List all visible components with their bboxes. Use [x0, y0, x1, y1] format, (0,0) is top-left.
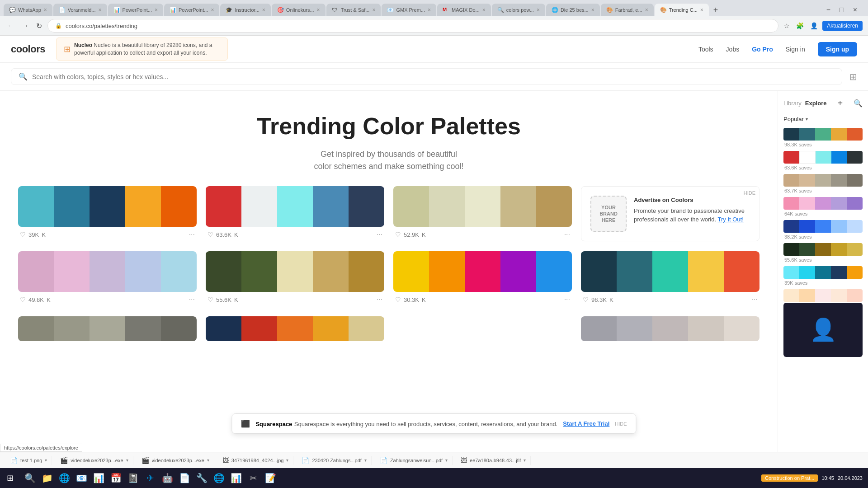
tab-ppt2[interactable]: 📊 PowerPoint... × — [164, 4, 219, 16]
sidebar-palette-5[interactable]: 38.2K saves — [783, 220, 863, 239]
minimize-button[interactable]: − — [823, 5, 834, 15]
logo[interactable]: coolors — [11, 43, 45, 55]
sidebar-filter[interactable]: Popular ▾ — [783, 116, 863, 122]
download-arrow-icon[interactable]: ▾ — [126, 458, 128, 463]
bookmark-button[interactable]: ☆ — [782, 20, 792, 31]
palette-card-4[interactable]: ♡ 49.8KK ··· — [18, 251, 197, 307]
taskbar-app-icon[interactable]: 🔧 — [193, 470, 210, 486]
grid-icon[interactable]: ⊞ — [849, 71, 857, 82]
taskbar-pdf-icon[interactable]: 📄 — [176, 470, 193, 486]
back-button[interactable]: ← — [5, 20, 16, 32]
download-item-6[interactable]: 📄 Zahlungsanweisun...pdf ▾ — [375, 456, 453, 465]
more-icon[interactable]: ··· — [377, 296, 382, 304]
taskbar-browser-icon[interactable]: 🌐 — [56, 470, 72, 486]
palette-card-3[interactable]: ♡ 52.9KK ··· — [393, 186, 572, 242]
download-arrow-icon[interactable]: ▾ — [45, 458, 47, 463]
add-icon[interactable]: + — [837, 98, 843, 108]
start-button[interactable]: ⊞ — [0, 468, 20, 488]
download-arrow-icon[interactable]: ▾ — [445, 458, 448, 463]
forward-button[interactable]: → — [20, 20, 31, 32]
taskbar-files-icon[interactable]: 📁 — [39, 470, 55, 486]
taskbar-onenote-icon[interactable]: 📓 — [125, 470, 141, 486]
taskbar-word-icon[interactable]: 📝 — [262, 470, 278, 486]
download-arrow-icon[interactable]: ▾ — [524, 458, 526, 463]
sidebar-search-icon[interactable]: 🔍 — [854, 99, 863, 108]
tab-voranmeld[interactable]: 📄 Voranmeld... × — [53, 4, 107, 16]
taskbar-outlook-icon[interactable]: 📧 — [73, 470, 90, 486]
more-icon[interactable]: ··· — [564, 230, 570, 239]
download-item-4[interactable]: 🖼 3471961984_4024...jpg ▾ — [218, 456, 294, 465]
palette-card-8[interactable] — [18, 316, 197, 341]
signin-button[interactable]: Sign in — [786, 46, 805, 53]
taskbar-search-icon[interactable]: 🔍 — [22, 470, 38, 486]
jobs-link[interactable]: Jobs — [726, 46, 740, 53]
tab-trending[interactable]: 🎨 Trending C... × — [655, 4, 709, 16]
download-arrow-icon[interactable]: ▾ — [207, 458, 209, 463]
sidebar-palette-1[interactable]: 98.3K saves — [783, 128, 863, 147]
palette-card-7[interactable]: ♡ 98.3KK ··· — [581, 251, 760, 307]
taskbar-telegram-icon[interactable]: ✈ — [142, 470, 158, 486]
tab-magix[interactable]: M MAGIX Do... × — [437, 4, 491, 16]
more-icon[interactable]: ··· — [377, 230, 382, 239]
taskbar-android-icon[interactable]: 🤖 — [159, 470, 175, 486]
aktualisieren-button[interactable]: Aktualisieren — [822, 21, 863, 31]
signup-button[interactable]: Sign up — [818, 42, 857, 56]
sidebar-palette-7[interactable]: 39K saves — [783, 266, 863, 286]
download-item-1[interactable]: 📄 test 1.png ▾ — [5, 456, 52, 465]
tab-onlinekurs[interactable]: 🎯 Onlinekurs... × — [272, 4, 326, 16]
nucleo-banner[interactable]: ⊞ Nucleo Nucleo is a beautiful library o… — [56, 38, 228, 61]
library-tab[interactable]: Library — [783, 100, 802, 107]
maximize-button[interactable]: □ — [836, 5, 848, 15]
ad-link[interactable]: Try It Out! — [717, 216, 743, 223]
squarespace-hide[interactable]: HIDE — [615, 421, 627, 427]
tab-instructor[interactable]: 🎓 Instructor... × — [220, 4, 270, 16]
sidebar-palette-3[interactable]: 63.7K saves — [783, 174, 863, 193]
taskbar-excel-icon[interactable]: 📊 — [228, 470, 244, 486]
taskbar-edge-icon[interactable]: 🌐 — [211, 470, 227, 486]
palette-card-5[interactable]: ♡ 55.6KK ··· — [206, 251, 384, 307]
tools-link[interactable]: Tools — [698, 46, 713, 53]
taskbar: ⊞ 🔍 📁 🌐 📧 📊 📅 📓 ✈ 🤖 📄 🔧 🌐 📊 ✂ 📝 Construc… — [0, 468, 868, 488]
tab-whatsapp[interactable]: 💬 WhatsApp × — [4, 4, 52, 16]
download-arrow-icon[interactable]: ▾ — [364, 458, 367, 463]
reload-button[interactable]: ↻ — [34, 20, 44, 32]
sidebar-palette-4[interactable]: 64K saves — [783, 197, 863, 216]
palette-card-2[interactable]: ♡ 63.6KK ··· — [206, 186, 384, 242]
ad-hide-button[interactable]: HIDE — [744, 190, 755, 196]
palette-card-9[interactable] — [206, 316, 384, 341]
palette-card-10[interactable] — [581, 316, 760, 341]
tab-colors[interactable]: 🔍 colors pow... × — [492, 4, 545, 16]
tab-whatsapp-close[interactable]: × — [44, 7, 47, 13]
more-icon[interactable]: ··· — [189, 230, 195, 239]
profile-button[interactable]: 👤 — [808, 20, 820, 31]
close-button[interactable]: × — [849, 5, 861, 15]
tab-ppt1[interactable]: 📊 PowerPoint... × — [108, 4, 163, 16]
palette-card-1[interactable]: ♡ 39KK ··· — [18, 186, 197, 242]
download-item-3[interactable]: 🎬 videodeluxe2023p...exe ▾ — [137, 456, 214, 465]
download-item-7[interactable]: 🖼 ee7a180a-b948-43...jfif ▾ — [456, 456, 531, 465]
more-icon[interactable]: ··· — [564, 296, 570, 304]
download-item-2[interactable]: 🎬 videodeluxe2023p...exe ▾ — [56, 456, 133, 465]
palette-card-6[interactable]: ♡ 30.3KK ··· — [393, 251, 572, 307]
new-tab-button[interactable]: + — [710, 5, 722, 15]
tab-die25[interactable]: 🌐 Die 25 bes... × — [546, 4, 600, 16]
more-icon[interactable]: ··· — [752, 296, 758, 304]
tab-gmx[interactable]: 📧 GMX Prem... × — [382, 4, 436, 16]
extension-button[interactable]: 🧩 — [794, 20, 806, 31]
sidebar-palette-2[interactable]: 63.6K saves — [783, 151, 863, 170]
search-wrap[interactable]: 🔍 — [11, 68, 842, 85]
download-item-5[interactable]: 📄 230420 Zahlungs...pdf ▾ — [297, 456, 371, 465]
address-bar[interactable]: 🔒 coolors.co/palettes/trending — [47, 19, 778, 33]
tab-trust[interactable]: 🛡 Trust & Saf... × — [326, 4, 381, 16]
squarespace-cta[interactable]: Start A Free Trial — [563, 420, 609, 427]
taskbar-snip-icon[interactable]: ✂ — [245, 470, 261, 486]
tab-farbrad[interactable]: 🎨 Farbrad, e... × — [601, 4, 654, 16]
taskbar-calendar-icon[interactable]: 📅 — [108, 470, 124, 486]
download-arrow-icon[interactable]: ▾ — [286, 458, 288, 463]
explore-tab[interactable]: Explore — [805, 100, 827, 107]
taskbar-powerpoint-icon[interactable]: 📊 — [90, 470, 107, 486]
search-input[interactable] — [32, 73, 835, 80]
sidebar-palette-6[interactable]: 55.6K saves — [783, 243, 863, 263]
gopro-link[interactable]: Go Pro — [752, 46, 773, 53]
more-icon[interactable]: ··· — [189, 296, 195, 304]
